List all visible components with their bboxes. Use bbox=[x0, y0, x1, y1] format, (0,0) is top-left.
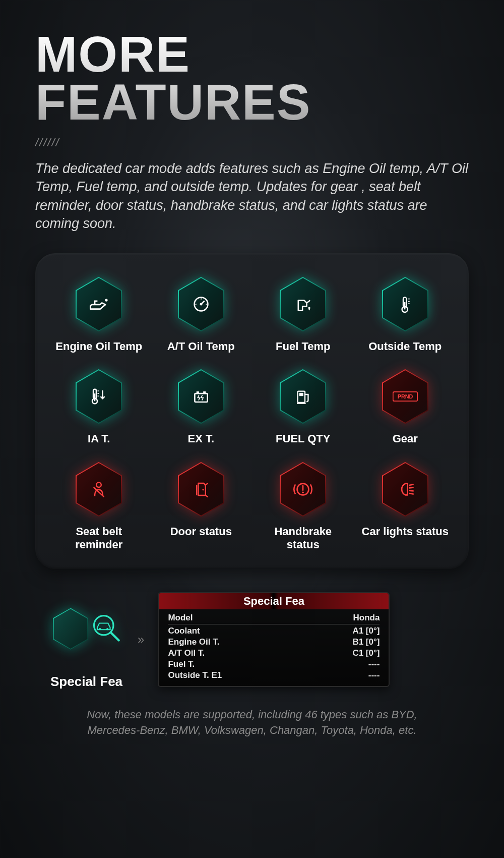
hex-badge: PRND bbox=[380, 368, 430, 425]
svg-point-1 bbox=[105, 299, 108, 301]
svg-point-41 bbox=[202, 489, 204, 490]
svg-text:PRND: PRND bbox=[397, 393, 413, 399]
hex-badge bbox=[278, 461, 328, 518]
feature-label: EX T. bbox=[187, 432, 214, 445]
feature-label: Car lights status bbox=[362, 525, 449, 538]
svg-point-5 bbox=[200, 303, 202, 305]
svg-line-49 bbox=[409, 490, 414, 491]
feature-tile[interactable]: Engine Oil Temp bbox=[53, 276, 145, 353]
svg-point-11 bbox=[309, 309, 310, 310]
description-text: The dedicated car mode adds features suc… bbox=[35, 159, 469, 233]
prnd-icon: PRND bbox=[393, 384, 418, 409]
special-feature-row: Special Fea » Special Fea Model Honda Co… bbox=[35, 589, 469, 690]
device-row: Fuel T.---- bbox=[168, 659, 380, 670]
feature-tile[interactable]: Seat belt reminder bbox=[53, 461, 145, 552]
device-screen: Special Fea Model Honda CoolantA1 [0°]En… bbox=[158, 592, 390, 687]
page-title: MORE FEATURES bbox=[35, 30, 469, 126]
battery-temp-icon bbox=[188, 384, 214, 409]
device-table: Model Honda CoolantA1 [0°]Engine Oil T.B… bbox=[159, 609, 389, 686]
slash-divider: ////// bbox=[35, 136, 469, 149]
thermometer-icon bbox=[393, 292, 418, 317]
intake-temp-icon bbox=[86, 384, 111, 409]
arrow-indicator: » bbox=[138, 633, 143, 647]
svg-rect-32 bbox=[299, 393, 303, 396]
device-row-key: Outside T. E1 bbox=[168, 670, 222, 680]
features-panel: Engine Oil Temp A/T Oil Temp Fuel Temp O… bbox=[35, 253, 469, 569]
device-row: Outside T. E1---- bbox=[168, 670, 380, 681]
svg-point-10 bbox=[308, 307, 310, 309]
svg-point-38 bbox=[96, 482, 101, 487]
special-fea-hex[interactable] bbox=[51, 589, 122, 668]
svg-line-48 bbox=[409, 487, 414, 488]
feature-tile[interactable]: EX T. bbox=[155, 368, 247, 445]
device-row-val: ---- bbox=[368, 659, 380, 669]
headlight-icon bbox=[393, 477, 418, 502]
svg-line-53 bbox=[111, 633, 118, 641]
svg-point-55 bbox=[106, 628, 108, 630]
hex-badge bbox=[380, 461, 430, 518]
fuel-nozzle-icon bbox=[290, 292, 316, 317]
device-row: Engine Oil T.B1 [0°] bbox=[168, 637, 380, 648]
feature-tile[interactable]: Door status bbox=[155, 461, 247, 552]
feature-label: FUEL QTY bbox=[276, 432, 330, 445]
feature-label: IA T. bbox=[88, 432, 110, 445]
feature-tile[interactable]: FUEL QTY bbox=[257, 368, 349, 445]
feature-label: Fuel Temp bbox=[276, 340, 330, 353]
fuel-pump-icon bbox=[290, 384, 316, 409]
device-header-right: Honda bbox=[353, 613, 380, 623]
device-row-val: A1 [0°] bbox=[352, 626, 380, 636]
feature-label: Engine Oil Temp bbox=[55, 340, 142, 353]
feature-label: Outside Temp bbox=[368, 340, 442, 353]
svg-marker-51 bbox=[53, 608, 87, 649]
feature-tile[interactable]: PRND Gear bbox=[359, 368, 452, 445]
hex-badge bbox=[380, 276, 430, 332]
hex-badge bbox=[278, 368, 328, 425]
feature-tile[interactable]: Fuel Temp bbox=[257, 276, 349, 353]
device-row: CoolantA1 [0°] bbox=[168, 625, 380, 637]
gauge-icon bbox=[188, 292, 214, 317]
feature-label: A/T Oil Temp bbox=[167, 340, 235, 353]
hex-badge bbox=[278, 276, 328, 332]
feature-tile[interactable]: IA T. bbox=[53, 368, 145, 445]
oil-can-icon bbox=[86, 292, 111, 317]
hex-badge bbox=[176, 368, 226, 425]
device-row-key: A/T Oil T. bbox=[168, 648, 205, 658]
title-line2: FEATURES bbox=[35, 74, 311, 130]
hex-badge bbox=[74, 276, 124, 332]
car-search-icon bbox=[90, 611, 122, 646]
hex-badge bbox=[74, 368, 124, 425]
feature-tile[interactable]: Outside Temp bbox=[359, 276, 452, 353]
feature-tile[interactable]: Handbrake status bbox=[257, 461, 349, 552]
feature-label: Door status bbox=[170, 525, 232, 538]
special-fea-label: Special Fea bbox=[50, 674, 122, 690]
device-row-key: Fuel T. bbox=[168, 659, 195, 669]
feature-tile[interactable]: A/T Oil Temp bbox=[155, 276, 247, 353]
device-row-key: Coolant bbox=[168, 626, 200, 636]
device-title: Special Fea bbox=[159, 593, 389, 609]
svg-point-45 bbox=[302, 491, 304, 493]
device-row-val: ---- bbox=[368, 670, 380, 680]
feature-label: Handbrake status bbox=[257, 525, 349, 552]
feature-label: Seat belt reminder bbox=[53, 525, 145, 552]
footnote-text: Now, these models are supported, includi… bbox=[35, 707, 469, 738]
handbrake-icon bbox=[290, 477, 316, 502]
feature-tile[interactable]: Car lights status bbox=[359, 461, 452, 552]
device-header-left: Model bbox=[168, 613, 193, 623]
svg-point-54 bbox=[99, 628, 101, 630]
svg-rect-29 bbox=[203, 391, 206, 393]
device-row-val: B1 [0°] bbox=[352, 637, 380, 647]
hex-badge bbox=[176, 461, 226, 518]
svg-rect-28 bbox=[197, 391, 199, 393]
svg-line-47 bbox=[409, 484, 414, 485]
device-row-val: C1 [0°] bbox=[352, 648, 380, 658]
seatbelt-icon bbox=[86, 477, 111, 502]
svg-line-50 bbox=[409, 493, 414, 494]
device-row-key: Engine Oil T. bbox=[168, 637, 219, 647]
hex-badge bbox=[176, 276, 226, 332]
device-row: A/T Oil T.C1 [0°] bbox=[168, 648, 380, 659]
door-icon bbox=[188, 477, 214, 502]
feature-label: Gear bbox=[393, 432, 418, 445]
hex-badge bbox=[74, 461, 124, 518]
